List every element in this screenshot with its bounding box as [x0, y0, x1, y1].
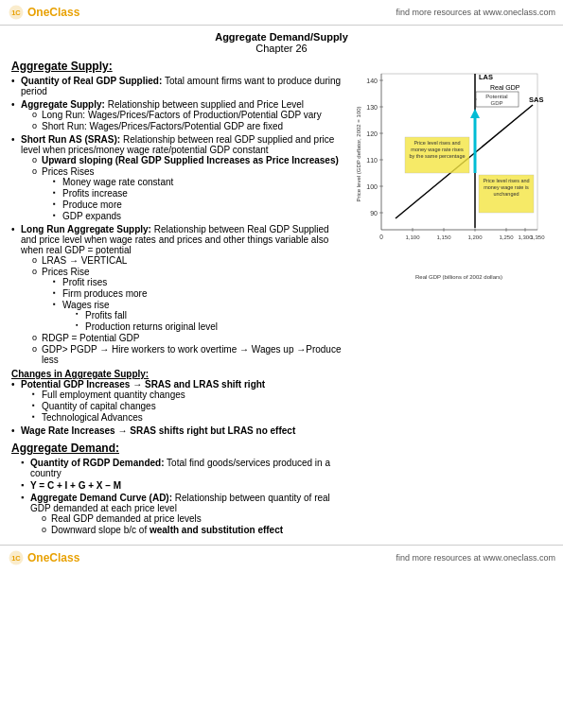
header-tagline: find more resources at www.oneclass.com — [396, 8, 555, 17]
svg-text:110: 110 — [366, 157, 378, 164]
svg-text:Real GDP (billions of 2002 dol: Real GDP (billions of 2002 dollars) — [415, 274, 502, 280]
main-content: Aggregate Supply: Quantity of Real GDP S… — [0, 56, 563, 541]
sub-list-item: Real GDP demanded at price levels — [42, 513, 345, 524]
item-label: Long Run Aggregate Supply: — [21, 224, 151, 234]
sub-list: Long Run: Wages/Prices/Factors of Produc… — [21, 110, 345, 131]
agg-demand-list: Quantity of RGDP Demanded: Total find go… — [11, 458, 345, 535]
sub-list-item: Downward slope b/c of wealth and substit… — [42, 525, 345, 535]
item-label: Potential GDP Increases → SRAS and LRAS … — [21, 379, 265, 390]
list-item: Quantity of RGDP Demanded: Total find go… — [21, 458, 345, 478]
sub-sub-item: Technological Advances — [32, 412, 345, 423]
page-title-block: Aggregate Demand/Supply Chapter 26 — [0, 26, 563, 56]
logo-label: OneClass — [27, 6, 79, 19]
agg-demand-heading: Aggregate Demand: — [11, 442, 345, 455]
sub-sub-item: Money wage rate constant — [53, 177, 345, 187]
svg-text:Price level rises and: Price level rises and — [413, 140, 460, 146]
item-label: Short Run AS (SRAS): — [21, 134, 120, 145]
svg-text:0: 0 — [379, 234, 383, 240]
svg-text:GDP: GDP — [490, 100, 502, 106]
sub-sub-list: Profit rises Firm produces more Wages ri… — [42, 277, 345, 332]
sub-sub-item: Full employment quantity changes — [32, 390, 345, 400]
item-label: Aggregate Supply: — [21, 99, 105, 110]
changes-heading: Changes in Aggregate Supply: — [11, 369, 149, 379]
right-column: Price level (GDP deflator, 2002 = 100) R… — [353, 60, 552, 537]
svg-text:100: 100 — [366, 183, 378, 190]
item-text: Relationship between supplied and Price … — [108, 99, 304, 110]
agg-supply-heading: Aggregate Supply: — [11, 60, 345, 73]
logo: 1C OneClass — [8, 4, 79, 21]
sub-list: Upward sloping (Real GDP Supplied Increa… — [21, 155, 345, 221]
footer-logo-icon: 1C — [8, 549, 25, 566]
sub-sub-item: GDP expands — [53, 211, 345, 221]
svg-text:130: 130 — [366, 104, 378, 111]
svg-text:1,100: 1,100 — [405, 234, 420, 240]
svg-text:Potential: Potential — [485, 94, 507, 99]
svg-text:120: 120 — [366, 130, 378, 137]
sub-sub-item: Produce more — [53, 199, 345, 210]
footer-bar: 1C OneClass find more resources at www.o… — [0, 545, 563, 570]
svg-text:90: 90 — [370, 210, 378, 217]
footer-logo: 1C OneClass — [8, 549, 79, 566]
sub-list-item: LRAS → VERTICAL — [32, 255, 345, 266]
list-item: Short Run AS (SRAS): Relationship betwee… — [11, 134, 345, 221]
sub-sub-list: Full employment quantity changes Quantit… — [21, 390, 345, 423]
list-item: Y = C + I + G + X – M — [21, 480, 345, 491]
footer-logo-label: OneClass — [27, 551, 79, 564]
sub-sub-sub-item: Profits fall — [76, 310, 345, 321]
list-item: Potential GDP Increases → SRAS and LRAS … — [11, 379, 345, 423]
sub-sub-item: Wages rise Profits fall Production retur… — [53, 300, 345, 332]
item-label: Wage Rate Increases → SRAS shifts right … — [21, 425, 295, 436]
list-item: Long Run Aggregate Supply: Relationship … — [11, 224, 345, 365]
oneclass-logo-icon: 1C — [8, 4, 25, 21]
sub-list: Real GDP demanded at price levels Downwa… — [30, 513, 345, 535]
sub-list-item: Long Run: Wages/Prices/Factors of Produc… — [32, 110, 345, 120]
svg-text:money wage rate is: money wage rate is — [484, 184, 529, 190]
sub-sub-item: Profit rises — [53, 277, 345, 287]
sub-sub-list: Money wage rate constant Profits increas… — [42, 177, 345, 221]
list-item: Aggregate Demand Curve (AD): Relationshi… — [21, 493, 345, 535]
page-subtitle: Chapter 26 — [0, 43, 563, 54]
item-label: Quantity of Real GDP Supplied: — [21, 76, 162, 86]
svg-text:money wage rate rises: money wage rate rises — [411, 147, 464, 152]
sub-list-item: Prices Rise Profit rises Firm produces m… — [32, 267, 345, 332]
sub-sub-item: Profits increase — [53, 188, 345, 199]
agg-supply-list: Quantity of Real GDP Supplied: Total amo… — [11, 76, 345, 365]
svg-text:Price level (GDP deflator, 200: Price level (GDP deflator, 2002 = 100) — [356, 106, 361, 201]
sub-list: LRAS → VERTICAL Prices Rise Profit rises… — [21, 255, 345, 365]
sub-list-item: RDGP = Potential GDP — [32, 333, 345, 343]
svg-text:1,350: 1,350 — [530, 234, 545, 240]
sub-list-item: GDP> PGDP → Hire workers to work overtim… — [32, 344, 345, 365]
svg-text:LAS: LAS — [479, 73, 493, 81]
svg-text:1,200: 1,200 — [467, 234, 483, 240]
sub-sub-item: Firm produces more — [53, 288, 345, 299]
sub-list-item: Short Run: Wages/Prices/Factors/Potentia… — [32, 121, 345, 131]
left-column: Aggregate Supply: Quantity of Real GDP S… — [11, 60, 345, 537]
svg-text:SAS: SAS — [529, 95, 543, 104]
list-item: Wage Rate Increases → SRAS shifts right … — [11, 425, 345, 436]
svg-text:140: 140 — [366, 78, 378, 84]
sub-list-item: Prices Rises Money wage rate constant Pr… — [32, 166, 345, 221]
svg-text:by the same percentage: by the same percentage — [409, 153, 465, 159]
svg-text:1C: 1C — [11, 9, 21, 17]
sub-list-item: Upward sloping (Real GDP Supplied Increa… — [32, 155, 345, 165]
sub-sub-sub-item: Production returns original level — [76, 321, 345, 332]
supply-chart: Price level (GDP deflator, 2002 = 100) R… — [353, 69, 547, 282]
chart: Price level (GDP deflator, 2002 = 100) R… — [353, 69, 547, 277]
sub-sub-item: Quantity of capital changes — [32, 401, 345, 411]
list-item: Aggregate Supply: Relationship between s… — [11, 99, 345, 131]
list-item: Quantity of Real GDP Supplied: Total amo… — [11, 76, 345, 96]
sub-sub-sub-list: Profits fall Production returns original… — [62, 310, 345, 332]
header-bar: 1C OneClass find more resources at www.o… — [0, 0, 563, 26]
changes-list: Potential GDP Increases → SRAS and LRAS … — [11, 379, 345, 436]
page-title: Aggregate Demand/Supply — [0, 31, 563, 43]
svg-text:1,250: 1,250 — [499, 234, 514, 240]
footer-tagline: find more resources at www.oneclass.com — [396, 553, 555, 563]
svg-text:1,150: 1,150 — [436, 234, 451, 240]
svg-text:1C: 1C — [11, 554, 21, 563]
svg-text:Price level rises and: Price level rises and — [483, 178, 529, 183]
svg-text:unchanged: unchanged — [493, 191, 519, 197]
svg-text:Real GDP: Real GDP — [490, 84, 520, 91]
agg-demand-section: Aggregate Demand: Quantity of RGDP Deman… — [11, 442, 345, 535]
